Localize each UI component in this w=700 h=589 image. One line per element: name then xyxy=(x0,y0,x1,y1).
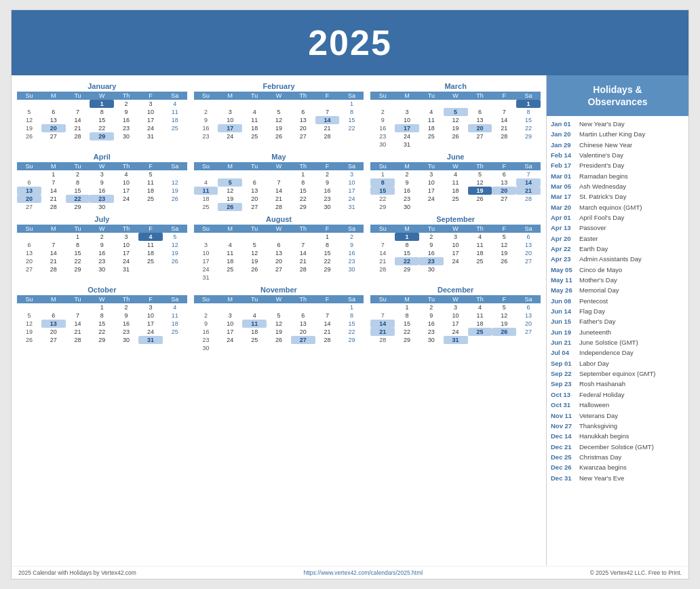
calendar-day: 28 xyxy=(315,132,340,140)
calendar-day: 18 xyxy=(242,124,267,132)
calendar-day: 2 xyxy=(315,170,340,178)
holiday-name: Labor Day xyxy=(579,360,609,368)
calendar-day: 28 xyxy=(267,203,291,211)
day-header: Tu xyxy=(419,92,444,100)
calendar-day: 23 xyxy=(370,132,395,140)
calendar-day: 19 xyxy=(468,187,492,195)
calendar-day xyxy=(315,303,340,311)
calendar-day: 15 xyxy=(315,249,340,257)
calendar-day: 18 xyxy=(242,328,267,336)
sidebar-header: Holidays & Observances xyxy=(547,75,688,116)
month-block: AugustSuMTuWThFSa12345678910111213141516… xyxy=(194,215,364,282)
calendar-day xyxy=(468,100,492,108)
day-header: Th xyxy=(291,225,315,233)
calendar-day: 24 xyxy=(395,132,419,140)
calendar-day: 31 xyxy=(444,336,468,344)
calendar-day: 5 xyxy=(492,233,516,241)
calendar-day xyxy=(315,273,340,282)
holiday-name: March equinox (GMT) xyxy=(579,204,642,212)
calendar-day: 1 xyxy=(90,303,114,311)
calendar-day: 22 xyxy=(291,195,315,203)
calendar-day: 4 xyxy=(242,108,267,116)
footer: 2025 Calendar with Holidays by Vertex42.… xyxy=(12,566,688,579)
calendar-day: 6 xyxy=(291,311,315,320)
holiday-name: Pentecost xyxy=(579,297,608,305)
holiday-item: Dec 25Christmas Day xyxy=(551,452,684,462)
day-header: F xyxy=(492,225,516,233)
day-header: W xyxy=(444,295,468,303)
calendar-day: 22 xyxy=(315,257,340,265)
calendar-day: 2 xyxy=(66,170,90,178)
day-header: Su xyxy=(17,92,41,100)
holiday-item: Dec 14Hanukkah begins xyxy=(551,432,684,442)
calendar-day: 24 xyxy=(138,328,163,336)
footer-link[interactable]: https://www.vertex42.com/calendars/2025.… xyxy=(303,569,423,576)
calendar-day: 25 xyxy=(468,257,492,265)
day-header: W xyxy=(90,162,114,170)
calendar-day: 9 xyxy=(419,241,444,249)
day-header: Th xyxy=(291,162,315,170)
calendar-day: 27 xyxy=(41,132,66,140)
calendar-day xyxy=(419,140,444,149)
day-header: Sa xyxy=(163,295,187,303)
holiday-date: Apr 01 xyxy=(551,214,579,222)
calendar-day: 29 xyxy=(516,132,541,140)
month-table: SuMTuWThFSa12345678910111213141516171819… xyxy=(194,225,364,282)
holiday-item: Apr 01April Fool's Day xyxy=(551,212,684,223)
holiday-date: Mar 01 xyxy=(551,172,579,180)
calendar-day: 21 xyxy=(492,124,516,132)
month-table: SuMTuWThFSa12345678910111213141516171819… xyxy=(370,295,541,344)
holiday-name: Earth Day xyxy=(579,245,608,253)
day-header: Su xyxy=(194,295,218,303)
calendar-day xyxy=(218,344,242,352)
holiday-date: Jun 14 xyxy=(551,307,579,316)
calendar-day: 30 xyxy=(419,336,444,344)
holiday-item: Oct 13Federal Holiday xyxy=(551,390,684,400)
calendar-day: 28 xyxy=(66,132,90,140)
calendar-day: 16 xyxy=(419,320,444,328)
calendar-day xyxy=(194,303,218,311)
day-header: W xyxy=(444,162,468,170)
calendar-day: 5 xyxy=(17,108,41,116)
calendar-day: 24 xyxy=(419,195,444,203)
calendar-day: 14 xyxy=(66,116,90,124)
calendar-day: 1 xyxy=(395,303,419,311)
calendar-day: 30 xyxy=(114,336,138,344)
calendar-day xyxy=(218,273,242,282)
calendar-day xyxy=(163,336,187,344)
calendar-day: 2 xyxy=(114,303,138,311)
calendar-day: 3 xyxy=(194,241,218,249)
calendar-day: 15 xyxy=(516,116,541,124)
holiday-name: June Solstice (GMT) xyxy=(579,339,638,347)
calendar-day: 7 xyxy=(315,311,340,320)
calendar-day: 3 xyxy=(218,108,242,116)
holiday-name: Admin Assistants Day xyxy=(579,255,642,263)
calendar-day: 16 xyxy=(114,116,138,124)
calendar-day xyxy=(339,273,364,282)
month-block: FebruarySuMTuWThFSa123456789101112131415… xyxy=(194,82,364,149)
footer-center: https://www.vertex42.com/calendars/2025.… xyxy=(303,569,423,576)
calendar-day: 22 xyxy=(90,124,114,132)
day-header: M xyxy=(41,162,66,170)
calendar-day xyxy=(17,170,41,178)
calendar-day xyxy=(444,100,468,108)
holiday-date: Sep 01 xyxy=(551,360,579,368)
calendar-day: 1 xyxy=(66,233,90,241)
calendar-day: 3 xyxy=(218,311,242,320)
calendar-day xyxy=(41,303,66,311)
calendar-day: 12 xyxy=(218,187,242,195)
month-table: SuMTuWThFSa12345678910111213141516171819… xyxy=(17,162,187,211)
day-header: Sa xyxy=(163,92,187,100)
calendar-day: 27 xyxy=(41,336,66,344)
day-header: F xyxy=(492,295,516,303)
holiday-date: Nov 11 xyxy=(551,412,579,420)
day-header: Tu xyxy=(242,162,267,170)
calendar-day: 30 xyxy=(395,203,419,211)
calendar-day: 22 xyxy=(339,124,364,132)
calendar-day xyxy=(468,265,492,273)
calendar-day: 19 xyxy=(267,124,291,132)
calendar-day: 27 xyxy=(17,203,41,211)
month-table: SuMTuWThFSa12345678910111213141516171819… xyxy=(17,92,187,140)
calendar-day: 1 xyxy=(395,233,419,241)
holiday-name: Chinese New Year xyxy=(579,141,632,149)
